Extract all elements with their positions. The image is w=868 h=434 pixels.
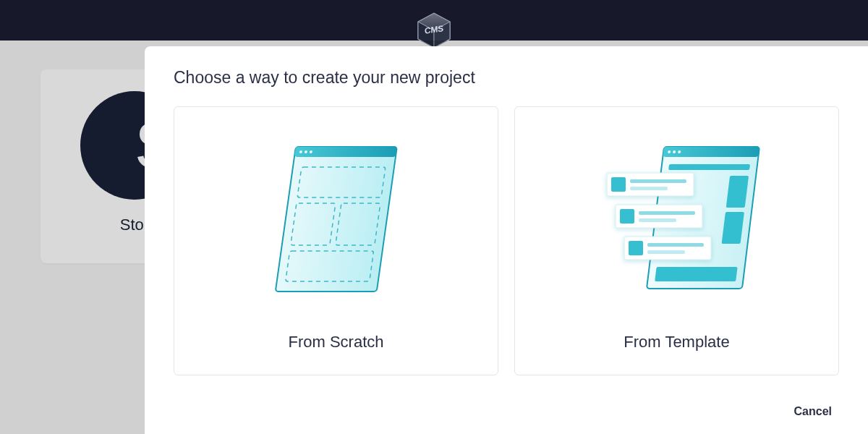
modal-title: Choose a way to create your new project	[174, 68, 839, 88]
svg-rect-19	[668, 164, 750, 170]
svg-rect-24	[611, 177, 626, 192]
svg-rect-32	[629, 241, 643, 255]
cancel-button[interactable]: Cancel	[787, 401, 839, 422]
svg-rect-22	[655, 267, 737, 281]
svg-rect-33	[647, 243, 704, 247]
from-scratch-option[interactable]: From Scratch	[174, 106, 498, 375]
svg-rect-29	[639, 211, 695, 215]
create-project-modal: Choose a way to create your new project	[145, 46, 868, 434]
creation-options-row: From Scratch	[174, 106, 839, 388]
svg-rect-21	[721, 212, 744, 244]
svg-rect-25	[630, 179, 686, 183]
template-illustration-icon	[529, 122, 824, 320]
svg-rect-30	[639, 218, 676, 222]
svg-rect-5	[275, 147, 396, 292]
modal-footer: Cancel	[174, 388, 839, 422]
svg-rect-28	[620, 209, 634, 224]
svg-rect-26	[630, 187, 668, 190]
option-label: From Template	[624, 333, 729, 352]
svg-rect-15	[663, 147, 760, 157]
scratch-illustration-icon	[189, 122, 483, 320]
top-navbar: CMS	[0, 0, 868, 41]
svg-rect-20	[726, 176, 748, 208]
from-template-option[interactable]: From Template	[514, 106, 839, 375]
svg-rect-34	[647, 250, 685, 254]
option-label: From Scratch	[288, 333, 383, 352]
